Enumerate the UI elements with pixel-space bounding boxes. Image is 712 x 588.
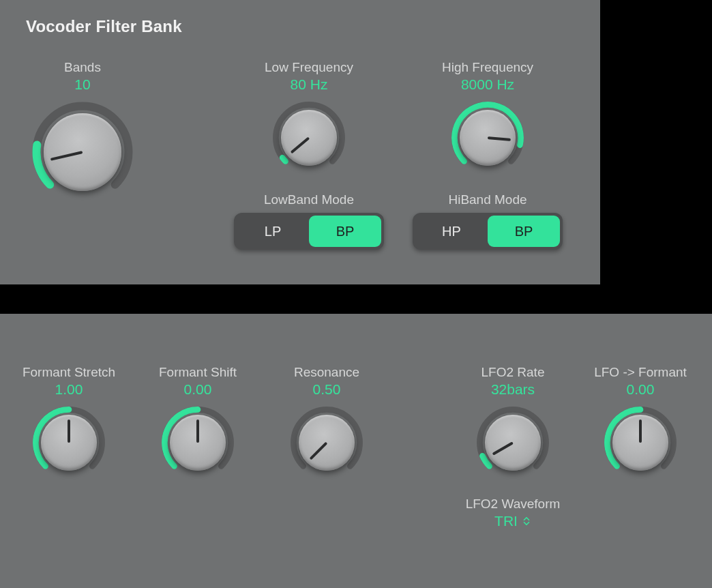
lfo-formant-label: LFO -> Formant: [569, 365, 712, 380]
resonance-control: Resonance 0.50: [255, 365, 398, 480]
hiband-mode-label: HiBand Mode: [399, 192, 576, 207]
lfo2-waveform-dropdown[interactable]: TRI: [494, 513, 531, 529]
lfo2-waveform-label: LFO2 Waveform: [424, 497, 602, 512]
high-frequency-knob[interactable]: [451, 101, 524, 175]
low-frequency-control: Low Frequency 80 Hz: [237, 60, 381, 175]
bands-control: Bands 10: [11, 60, 154, 203]
hiband-mode-hp-button[interactable]: HP: [415, 216, 488, 247]
formant-stretch-knob[interactable]: [32, 406, 106, 480]
lfo-formant-value: 0.00: [569, 381, 712, 398]
resonance-label: Resonance: [255, 365, 398, 380]
low-frequency-label: Low Frequency: [237, 60, 381, 75]
vocoder-filter-bank-panel: Vocoder Filter Bank Bands 10 Low Frequen…: [0, 0, 600, 284]
lowband-mode-segmented: LP BP: [234, 213, 384, 250]
lfo-formant-control: LFO -> Formant 0.00: [569, 365, 712, 480]
lowband-mode-label: LowBand Mode: [220, 192, 398, 207]
lfo2-waveform-group: LFO2 Waveform TRI: [424, 497, 602, 529]
lfo2-rate-value: 32bars: [441, 381, 584, 398]
formant-stretch-control: Formant Stretch 1.00: [0, 365, 140, 480]
resonance-knob[interactable]: [290, 406, 364, 480]
lowband-mode-bp-button[interactable]: BP: [309, 216, 381, 247]
low-frequency-knob[interactable]: [272, 101, 346, 175]
formant-shift-value: 0.00: [126, 381, 269, 398]
bands-value: 10: [11, 76, 154, 93]
high-frequency-control: High Frequency 8000 Hz: [416, 60, 559, 175]
lfo2-rate-control: LFO2 Rate 32bars: [441, 365, 584, 480]
low-frequency-value: 80 Hz: [237, 76, 381, 93]
formant-shift-label: Formant Shift: [126, 365, 269, 380]
panel-title: Vocoder Filter Bank: [26, 17, 182, 36]
formant-shift-knob[interactable]: [161, 406, 235, 480]
chevron-up-down-icon: [522, 516, 531, 526]
hiband-mode-bp-button[interactable]: BP: [488, 216, 560, 247]
lfo-formant-knob[interactable]: [604, 406, 677, 480]
formant-panel: Formant Stretch 1.00 Formant Shift 0.00 …: [0, 314, 712, 588]
bands-knob[interactable]: [31, 101, 134, 203]
formant-shift-control: Formant Shift 0.00: [126, 365, 269, 480]
resonance-value: 0.50: [255, 381, 398, 398]
lowband-mode-lp-button[interactable]: LP: [237, 216, 309, 247]
hiband-mode-group: HiBand Mode HP BP: [399, 192, 576, 250]
bands-label: Bands: [11, 60, 154, 75]
lfo2-rate-label: LFO2 Rate: [441, 365, 584, 380]
formant-stretch-value: 1.00: [0, 381, 140, 398]
formant-stretch-label: Formant Stretch: [0, 365, 140, 380]
high-frequency-value: 8000 Hz: [416, 76, 559, 93]
lfo2-rate-knob[interactable]: [476, 406, 550, 480]
lowband-mode-group: LowBand Mode LP BP: [220, 192, 398, 250]
lfo2-waveform-value: TRI: [494, 513, 518, 529]
high-frequency-label: High Frequency: [416, 60, 559, 75]
hiband-mode-segmented: HP BP: [413, 213, 563, 250]
